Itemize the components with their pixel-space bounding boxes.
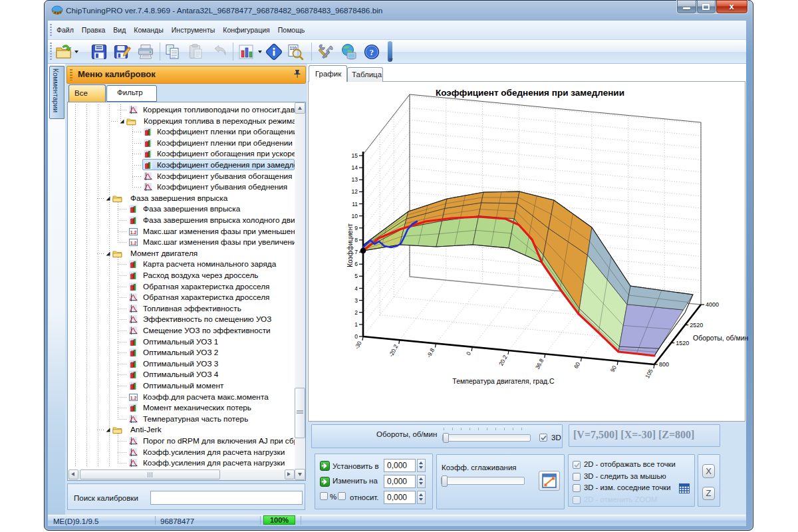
svg-text:1.2: 1.2 bbox=[130, 241, 137, 245]
svg-text:13: 13 bbox=[352, 176, 358, 183]
svg-text:4000: 4000 bbox=[706, 301, 719, 308]
svg-text:9: 9 bbox=[354, 225, 358, 231]
svg-text:2520: 2520 bbox=[690, 322, 703, 329]
svg-text:11: 11 bbox=[352, 201, 358, 207]
svg-text:1.2: 1.2 bbox=[130, 396, 137, 400]
svg-text:10: 10 bbox=[352, 213, 358, 219]
svg-text:Обороты, об/мин: Обороты, об/мин bbox=[693, 334, 749, 342]
svg-text:2: 2 bbox=[354, 309, 358, 316]
svg-text:800: 800 bbox=[659, 361, 669, 368]
svg-text:105: 105 bbox=[644, 368, 654, 379]
svg-text:4: 4 bbox=[354, 285, 358, 292]
svg-text:8: 8 bbox=[354, 237, 358, 243]
svg-text:0: 0 bbox=[465, 350, 472, 356]
svg-text:Коэффициент обеднения при заме: Коэффициент обеднения при замедлении bbox=[436, 88, 624, 98]
svg-text:12: 12 bbox=[352, 188, 358, 195]
svg-text:1: 1 bbox=[354, 321, 358, 328]
svg-text:6: 6 bbox=[354, 261, 358, 267]
svg-text:Температура двигателя, град.С: Температура двигателя, град.С bbox=[452, 377, 555, 385]
svg-text:90: 90 bbox=[609, 364, 618, 373]
svg-text:14: 14 bbox=[352, 164, 358, 171]
svg-text:1.2: 1.2 bbox=[130, 230, 137, 235]
svg-text:-30: -30 bbox=[353, 340, 363, 350]
svg-text:15: 15 bbox=[352, 152, 358, 159]
svg-text:3: 3 bbox=[354, 297, 358, 304]
svg-text:36.8: 36.8 bbox=[534, 357, 545, 370]
svg-text:5: 5 bbox=[354, 273, 358, 279]
svg-text:-9.8: -9.8 bbox=[426, 347, 436, 359]
svg-text:Коэффициент: Коэффициент bbox=[346, 223, 354, 267]
svg-text:?: ? bbox=[370, 47, 374, 57]
svg-text:7: 7 bbox=[354, 249, 358, 255]
svg-text:20.2: 20.2 bbox=[497, 354, 509, 367]
svg-text:0: 0 bbox=[354, 333, 358, 340]
svg-text:-20.2: -20.2 bbox=[388, 343, 400, 358]
svg-text:1520: 1520 bbox=[676, 340, 689, 346]
svg-text:60: 60 bbox=[573, 361, 581, 370]
